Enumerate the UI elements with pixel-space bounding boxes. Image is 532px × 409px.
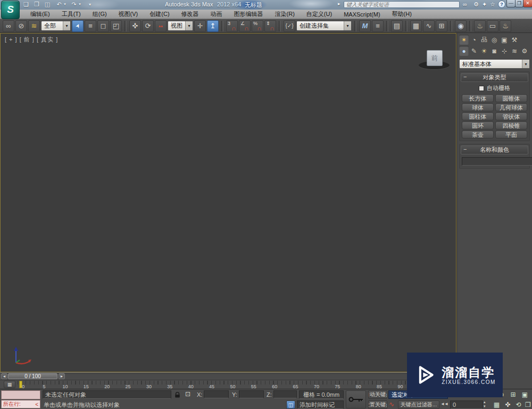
material-editor-icon[interactable]: ◉: [455, 20, 467, 32]
object-type-rollout-header[interactable]: − 对象类型: [461, 73, 528, 82]
auto-key-button[interactable]: 自动关键点: [368, 390, 387, 399]
schematic-view-icon[interactable]: ⊞: [436, 20, 447, 32]
select-object-icon[interactable]: ➤: [72, 20, 84, 32]
menu-views[interactable]: 视图(V): [113, 10, 144, 18]
search-input[interactable]: [344, 1, 460, 8]
selection-lock-icon[interactable]: [174, 391, 180, 400]
undo-dropdown-icon[interactable]: ▾: [63, 2, 67, 6]
viewport-front[interactable]: [ + ] [ 前 ] [ 真实 ] 前: [0, 33, 456, 372]
save-file-icon[interactable]: ◫: [43, 1, 52, 8]
torus-button[interactable]: 圆环: [462, 121, 494, 129]
viewcube[interactable]: 前: [427, 50, 443, 66]
maxscript-listener-line[interactable]: 所在行: <: [1, 400, 40, 408]
listener-expand-icon[interactable]: <: [35, 402, 38, 407]
select-and-manipulate-icon[interactable]: ✛: [194, 20, 206, 32]
curve-editor-icon[interactable]: ∿: [423, 20, 435, 32]
geosphere-button[interactable]: 几何球体: [495, 103, 527, 111]
help-icon[interactable]: ?: [498, 1, 505, 8]
render-setup-icon[interactable]: ♨: [474, 20, 486, 32]
add-time-tag[interactable]: 添加时间标记: [297, 400, 344, 409]
dropdown-arrow-icon[interactable]: ▾: [63, 21, 70, 30]
redo-dropdown-icon[interactable]: ▾: [78, 2, 82, 6]
time-slider-prev-icon[interactable]: ◄: [1, 373, 7, 379]
category-lights-icon[interactable]: ☀: [479, 46, 489, 56]
tab-modify-icon[interactable]: ◔: [469, 35, 479, 45]
unlink-selection-icon[interactable]: ⊘: [15, 20, 27, 32]
tab-hierarchy-icon[interactable]: 品: [479, 35, 489, 45]
maxscript-mini-listener[interactable]: [1, 390, 40, 399]
collapse-icon[interactable]: −: [463, 146, 467, 152]
select-and-rotate-icon[interactable]: ⟳: [142, 20, 154, 32]
cylinder-button[interactable]: 圆柱体: [462, 112, 494, 120]
tab-motion-icon[interactable]: ◎: [489, 35, 499, 45]
new-key-curve-icon[interactable]: ∿: [389, 400, 394, 408]
tab-create-icon[interactable]: ✶: [459, 35, 469, 45]
isolate-selection-icon[interactable]: ◫: [286, 400, 295, 409]
current-frame-field[interactable]: 0: [450, 400, 483, 409]
open-file-icon[interactable]: ❒: [32, 1, 41, 8]
rendered-frame-window-icon[interactable]: ▭: [487, 20, 498, 32]
orbit-icon[interactable]: ⟲: [514, 400, 523, 409]
maximize-viewport-toggle-icon[interactable]: ❐: [523, 400, 532, 409]
menu-tools[interactable]: 工具(T): [56, 10, 87, 18]
search-go-icon[interactable]: ▸: [338, 1, 340, 6]
dropdown-arrow-icon[interactable]: ▾: [344, 21, 351, 30]
maximize-button[interactable]: ❐: [515, 0, 523, 7]
time-slider-handle[interactable]: 0 / 100: [8, 373, 57, 379]
set-key-button[interactable]: 设置关键点: [368, 400, 387, 409]
menu-create[interactable]: 创建(C): [144, 10, 175, 18]
percent-snap-toggle-icon[interactable]: %∩: [252, 20, 263, 32]
render-production-icon[interactable]: ♨: [500, 20, 511, 32]
key-filters-button[interactable]: 关键点过滤器...: [398, 400, 439, 409]
layer-manager-icon[interactable]: ▤: [391, 20, 403, 32]
minimize-button[interactable]: —: [506, 0, 516, 7]
dropdown-arrow-icon[interactable]: ▾: [522, 60, 529, 68]
track-bar[interactable]: ▦ 0 5 10 15 20 25 30 35 40 45 50 55 60 6…: [0, 380, 456, 389]
menu-graph-editors[interactable]: 图形编辑器: [228, 10, 269, 18]
menu-maxscript[interactable]: MAXScript(M): [338, 11, 386, 18]
go-to-start-icon[interactable]: ◄◄: [440, 402, 448, 406]
rectangular-selection-region-icon[interactable]: ◻: [97, 20, 109, 32]
key-mode-toggle-icon[interactable]: ▦: [492, 400, 501, 409]
z-coordinate-field[interactable]: [273, 390, 297, 398]
tab-utilities-icon[interactable]: ⚒: [510, 35, 519, 45]
teapot-button[interactable]: 茶壶: [462, 130, 494, 138]
category-space-warps-icon[interactable]: ≋: [510, 46, 519, 56]
box-button[interactable]: 长方体: [462, 94, 494, 102]
reference-coordinate-dropdown[interactable]: 视图▾: [168, 21, 193, 31]
menu-customize[interactable]: 自定义(U): [301, 10, 338, 18]
pyramid-button[interactable]: 四棱锥: [495, 121, 527, 129]
tube-button[interactable]: 管状体: [495, 112, 527, 120]
viewport-label[interactable]: [ + ] [ 前 ] [ 真实 ]: [5, 36, 58, 44]
plane-button[interactable]: 平面: [495, 130, 527, 138]
zoom-extents-icon[interactable]: ▣: [520, 390, 529, 399]
named-selection-set-dropdown[interactable]: 创建选择集▾: [296, 21, 352, 31]
menu-edit[interactable]: 编辑(E): [24, 10, 56, 18]
angle-snap-toggle-icon[interactable]: ∠∩: [239, 20, 251, 32]
menu-group[interactable]: 组(G): [87, 10, 113, 18]
category-helpers-icon[interactable]: ⊹: [500, 46, 509, 56]
dropdown-arrow-icon[interactable]: ▾: [185, 21, 193, 30]
category-cameras-icon[interactable]: ◙: [489, 46, 499, 56]
set-keys-button[interactable]: [346, 390, 366, 408]
selection-filter-dropdown[interactable]: 全部▾: [41, 21, 71, 31]
select-and-move-icon[interactable]: ✜: [129, 20, 141, 32]
sphere-button[interactable]: 球体: [462, 103, 494, 111]
align-icon[interactable]: ≡: [372, 20, 384, 32]
settings-wrench-icon[interactable]: ⚙: [473, 1, 479, 8]
graphite-modeling-tools-icon[interactable]: ▦: [410, 20, 422, 32]
menu-modifiers[interactable]: 修改器: [176, 10, 205, 18]
tab-display-icon[interactable]: ▣: [500, 35, 509, 45]
x-coordinate-field[interactable]: [204, 390, 229, 398]
subscription-icon[interactable]: ✦: [482, 1, 487, 8]
use-pivot-point-center-icon[interactable]: ↥: [207, 20, 219, 32]
snap-toggle-3d-icon[interactable]: 3∩: [226, 20, 238, 32]
name-color-rollout-header[interactable]: − 名称和颜色: [461, 145, 528, 154]
absolute-offset-mode-icon[interactable]: ⊡: [185, 390, 190, 398]
category-geometry-icon[interactable]: ●: [459, 46, 469, 56]
bind-to-space-warp-icon[interactable]: ≋: [28, 20, 40, 32]
frame-spinner[interactable]: ▴▾: [484, 400, 486, 408]
edit-named-selection-sets-icon[interactable]: {✓}: [284, 20, 295, 32]
mirror-icon[interactable]: M: [359, 20, 371, 32]
quick-access-more-icon[interactable]: ▾: [85, 2, 95, 7]
